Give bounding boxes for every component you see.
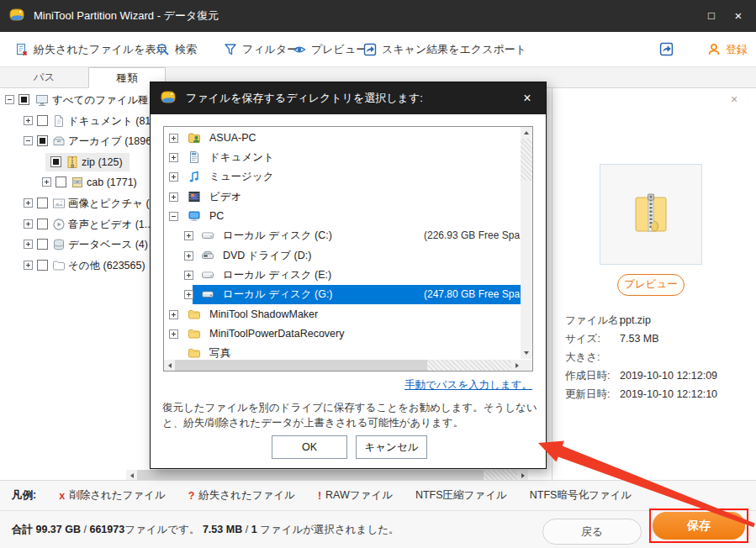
expand-icon[interactable] xyxy=(184,290,193,299)
status-separator: / xyxy=(246,524,248,535)
status-summary: 合計 99.37 GB / 661973ファイルです。 7.53 MB / 1 … xyxy=(12,511,399,548)
field-label-modified: 更新日時: xyxy=(565,386,610,403)
tree-item-documents[interactable]: ドキュメント (81) xyxy=(0,111,166,131)
scroll-left-icon[interactable] xyxy=(164,360,175,371)
tree-item-audio-video[interactable]: 音声とビデオ (1... xyxy=(0,214,166,234)
collapse-icon[interactable] xyxy=(169,212,178,221)
eye-icon xyxy=(293,43,306,56)
expand-icon[interactable] xyxy=(169,329,178,339)
field-value-size: 7.53 MB xyxy=(620,330,659,347)
expand-icon[interactable] xyxy=(169,310,178,319)
tree-item-other[interactable]: その他 (623565) xyxy=(0,256,166,276)
scrollbar-thumb[interactable] xyxy=(175,360,427,371)
scrollbar-thumb[interactable] xyxy=(521,139,532,181)
expand-icon[interactable] xyxy=(24,198,33,208)
app-logo-icon xyxy=(8,7,25,22)
deleted-mark-icon: x xyxy=(59,490,65,502)
footer-bar: 合計 99.37 GB / 661973ファイルです。 7.53 MB / 1 … xyxy=(0,510,756,548)
lost-mark-icon: ? xyxy=(188,490,195,502)
dir-item-pc[interactable]: PC xyxy=(164,207,532,226)
scrollbar-track xyxy=(427,360,511,371)
expand-icon[interactable] xyxy=(169,172,178,182)
dir-item-drive-e[interactable]: ローカル ディスク (E:) xyxy=(164,266,532,285)
expand-icon[interactable] xyxy=(184,231,193,240)
dir-item-label: ミュージック xyxy=(209,167,273,187)
register-label: 登録 xyxy=(726,42,748,57)
status-total-size: 99.37 GB xyxy=(35,524,81,535)
toolbar: 紛失されたファイルを表示 検索 フィルター プレビュー スキャン結果をエクスポー… xyxy=(0,32,756,67)
tree-item-database[interactable]: データベース (4) xyxy=(0,234,166,255)
legend-lost-files: ? 紛失されたファイル xyxy=(188,488,295,503)
back-button[interactable]: 戻る xyxy=(542,519,642,545)
register-button[interactable]: 登録 xyxy=(707,32,748,66)
expand-icon[interactable] xyxy=(24,219,33,229)
checkbox[interactable] xyxy=(37,219,48,229)
tree-item-archive[interactable]: アーカイブ (1896) xyxy=(0,131,166,151)
expand-icon[interactable] xyxy=(169,192,178,202)
tab-path[interactable]: パス xyxy=(0,67,88,87)
tree-item-images[interactable]: 画像とピクチャ (... xyxy=(0,193,166,213)
document-icon xyxy=(52,114,66,128)
pc-icon xyxy=(188,209,201,223)
checkbox[interactable] xyxy=(19,94,29,105)
collapse-icon[interactable] xyxy=(5,95,14,104)
expand-icon[interactable] xyxy=(169,153,178,162)
field-label-filename: ファイル名: xyxy=(565,312,621,329)
export-scan-button[interactable]: スキャン結果をエクスポート xyxy=(363,32,526,66)
ok-button[interactable]: OK xyxy=(272,435,347,459)
collapse-icon[interactable] xyxy=(24,136,33,145)
dir-item-asua-pc[interactable]: ASUA-PC xyxy=(164,129,532,148)
checkbox[interactable] xyxy=(37,115,48,126)
maximize-button[interactable]: □ xyxy=(699,0,724,32)
show-lost-files-button[interactable]: 紛失されたファイルを表示 xyxy=(15,32,167,66)
person-icon xyxy=(707,43,721,56)
status-selected-count: 1 xyxy=(251,524,257,535)
checkbox[interactable] xyxy=(37,239,48,250)
scroll-up-icon[interactable] xyxy=(521,127,532,139)
dir-item-music[interactable]: ミュージック xyxy=(164,167,532,187)
expand-icon[interactable] xyxy=(24,116,33,125)
expand-icon[interactable] xyxy=(184,271,193,280)
dialog-vertical-scrollbar[interactable] xyxy=(521,127,532,359)
cancel-button[interactable]: キャンセル xyxy=(356,435,427,459)
expand-icon[interactable] xyxy=(184,251,193,261)
expand-icon[interactable] xyxy=(24,240,33,249)
preview-panel-close-icon[interactable]: × xyxy=(731,92,737,106)
dir-item-documents[interactable]: ドキュメント xyxy=(164,148,532,167)
tree-item-label: すべてのファイル種... xyxy=(52,90,157,110)
tree-item-cab[interactable]: cab (1771) xyxy=(0,172,166,192)
status-separator: / xyxy=(83,524,86,535)
manual-path-link[interactable]: 手動でパスを入力します。 xyxy=(404,378,532,393)
dir-item-label: DVD ドライブ (D:) xyxy=(223,246,311,266)
dir-item-minitool-powerdatarecovery[interactable]: MiniToolPowerDataRecovery xyxy=(164,324,532,344)
dir-item-label: ローカル ディスク (C:) xyxy=(223,226,332,245)
preview-toggle-button[interactable]: プレビュー xyxy=(293,32,367,66)
scroll-down-icon[interactable] xyxy=(521,347,532,359)
checkbox[interactable] xyxy=(37,198,48,208)
checkbox[interactable] xyxy=(37,260,48,271)
tree-item-zip[interactable]: zip (125) xyxy=(0,152,166,172)
dialog-close-icon[interactable]: × xyxy=(519,82,536,114)
tree-item-all-file-types[interactable]: すべてのファイル種... xyxy=(0,90,166,110)
checkbox[interactable] xyxy=(50,156,61,167)
dir-item-drive-c[interactable]: ローカル ディスク (C:) (226.93 GB Free Spa xyxy=(164,226,532,245)
expand-icon[interactable] xyxy=(24,261,33,270)
dir-item-minitool-shadowmaker[interactable]: MiniTool ShadowMaker xyxy=(164,305,532,324)
filter-button[interactable]: フィルター xyxy=(224,32,298,66)
save-button[interactable]: 保存 xyxy=(653,512,745,540)
preview-button[interactable]: プレビュー xyxy=(617,274,685,296)
dir-item-label: PC xyxy=(209,207,224,226)
dir-item-videos[interactable]: ビデオ xyxy=(164,187,532,207)
search-button[interactable]: 検索 xyxy=(156,32,197,66)
dir-item-drive-g-selected[interactable]: ローカル ディスク (G:) (247.80 GB Free Spa xyxy=(164,285,532,304)
checkbox[interactable] xyxy=(56,177,66,187)
expand-icon[interactable] xyxy=(42,177,51,187)
checkbox[interactable] xyxy=(37,135,48,146)
app-window: MiniTool Partition Wizard - データ復元 □ × 紛失… xyxy=(0,0,756,548)
export-shortcut-button[interactable] xyxy=(659,32,674,66)
expand-icon[interactable] xyxy=(169,134,178,143)
window-close-button[interactable]: × xyxy=(726,0,751,32)
search-label: 検索 xyxy=(175,42,197,57)
dir-item-drive-d[interactable]: DVD ドライブ (D:) xyxy=(164,246,532,266)
dialog-horizontal-scrollbar[interactable] xyxy=(164,360,522,371)
